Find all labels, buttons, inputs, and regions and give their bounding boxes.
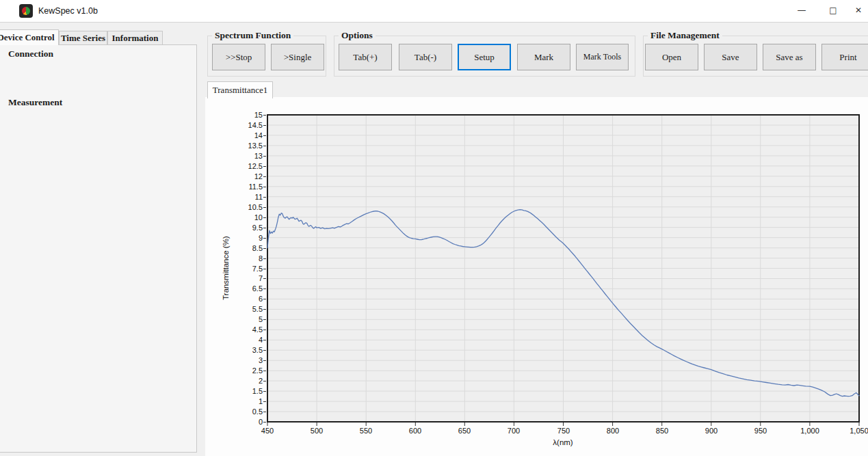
app-icon — [19, 4, 33, 18]
y-tick-label: 14.5 — [233, 120, 263, 130]
y-tick-mark — [263, 422, 266, 423]
y-tick-label: 3.5 — [233, 345, 263, 355]
y-tick-mark — [263, 289, 266, 289]
options-title: Options — [339, 30, 376, 41]
y-tick-mark — [263, 197, 266, 198]
y-tick-mark — [263, 269, 266, 269]
y-tick-mark — [263, 125, 266, 126]
x-tick-label: 700 — [497, 427, 531, 435]
y-tick-label: 8.5 — [233, 243, 263, 253]
y-tick-mark — [263, 412, 266, 412]
y-tick-mark — [263, 176, 266, 177]
y-tick-label: 7 — [233, 273, 263, 283]
measurement-group-title: Measurement — [5, 97, 65, 108]
single-button[interactable]: >Single — [271, 44, 324, 70]
window-title: KewSpec v1.0b — [38, 0, 98, 22]
file-management-title: File Management — [648, 30, 722, 41]
tab-transmittance1[interactable]: Transmittance1 — [207, 81, 273, 98]
x-tick-label: 450 — [250, 427, 285, 435]
x-axis-title: λ(nm) — [529, 438, 597, 446]
close-icon[interactable]: ✕ — [849, 0, 868, 22]
y-tick-mark — [263, 309, 266, 310]
print-button[interactable]: Print — [821, 44, 868, 70]
x-tick-label: 600 — [398, 427, 432, 435]
x-tick-label: 900 — [694, 427, 728, 435]
mark-tools-button[interactable]: Mark Tools — [576, 44, 629, 70]
tab-minus-button[interactable]: Tab(-) — [399, 44, 452, 70]
y-tick-mark — [263, 319, 266, 320]
y-tick-mark — [263, 115, 266, 116]
x-tick-label: 650 — [447, 427, 482, 435]
save-button[interactable]: Save — [704, 44, 757, 70]
y-tick-label: 15 — [233, 110, 263, 120]
app-logo-icon — [22, 7, 30, 15]
y-tick-label: 9.5 — [233, 223, 263, 232]
x-tick-label: 1,050 — [842, 427, 868, 435]
y-tick-label: 6 — [233, 294, 263, 304]
y-tick-mark — [263, 381, 266, 381]
app-window: KewSpec v1.0b — □ ✕ Device Control Time … — [0, 0, 868, 456]
tab-time-series[interactable]: Time Series — [59, 31, 107, 45]
x-tick-label: 1,000 — [793, 427, 827, 435]
y-tick-label: 0 — [233, 417, 263, 427]
y-tick-mark — [263, 299, 266, 299]
tab-device-control[interactable]: Device Control — [0, 29, 59, 45]
y-tick-label: 10.5 — [233, 202, 263, 212]
y-tick-label: 8 — [233, 254, 263, 263]
y-tick-mark — [263, 258, 266, 259]
y-tick-mark — [263, 401, 266, 402]
y-tick-mark — [263, 371, 266, 371]
x-tick-label: 550 — [349, 427, 383, 435]
y-axis-title: Transmittance (%) — [222, 213, 231, 323]
tab-information[interactable]: Information — [107, 31, 163, 45]
y-tick-label: 5.5 — [233, 304, 263, 314]
y-tick-mark — [263, 166, 266, 167]
y-tick-label: 9 — [233, 233, 263, 243]
mark-button[interactable]: Mark — [517, 44, 570, 70]
y-tick-label: 13 — [233, 151, 263, 161]
y-tick-mark — [263, 238, 266, 239]
x-tick-label: 850 — [645, 427, 679, 435]
y-tick-label: 10 — [233, 213, 263, 222]
stop-button[interactable]: >>Stop — [212, 44, 265, 70]
open-button[interactable]: Open — [645, 44, 698, 70]
y-tick-label: 2.5 — [233, 366, 263, 375]
x-tick-label: 500 — [300, 427, 334, 435]
y-tick-mark — [263, 330, 266, 330]
y-tick-label: 3 — [233, 356, 263, 365]
y-tick-mark — [263, 228, 266, 228]
y-tick-mark — [263, 135, 266, 136]
y-tick-mark — [263, 360, 266, 361]
titlebar: KewSpec v1.0b — □ ✕ — [0, 0, 868, 23]
maximize-icon[interactable]: □ — [817, 0, 849, 22]
y-tick-mark — [263, 340, 266, 340]
y-tick-mark — [263, 207, 266, 208]
y-tick-label: 11.5 — [233, 182, 263, 191]
y-tick-mark — [263, 391, 266, 392]
y-tick-mark — [263, 217, 266, 218]
y-tick-label: 1 — [233, 397, 263, 406]
spectrum-plot[interactable] — [267, 114, 860, 427]
y-tick-mark — [263, 248, 266, 249]
y-tick-mark — [263, 156, 266, 157]
y-tick-label: 5 — [233, 314, 263, 324]
y-tick-label: 7.5 — [233, 264, 263, 273]
tab-plus-button[interactable]: Tab(+) — [339, 44, 392, 70]
y-tick-label: 4 — [233, 335, 263, 345]
x-tick-label: 800 — [596, 427, 630, 435]
y-tick-mark — [263, 350, 266, 351]
setup-button[interactable]: Setup — [458, 44, 511, 70]
y-tick-label: 14 — [233, 131, 263, 140]
y-tick-label: 6.5 — [233, 284, 263, 293]
save-as-button[interactable]: Save as — [763, 44, 816, 70]
y-tick-label: 2 — [233, 376, 263, 386]
y-tick-label: 13.5 — [233, 141, 263, 150]
y-tick-label: 12 — [233, 172, 263, 181]
x-tick-label: 750 — [547, 427, 581, 435]
y-tick-mark — [263, 278, 266, 279]
x-tick-label: 950 — [744, 427, 778, 435]
connection-group-title: Connection — [5, 49, 56, 59]
y-tick-label: 11 — [233, 192, 263, 202]
spectrum-function-title: Spectrum Function — [212, 30, 293, 41]
minimize-icon[interactable]: — — [786, 0, 817, 22]
